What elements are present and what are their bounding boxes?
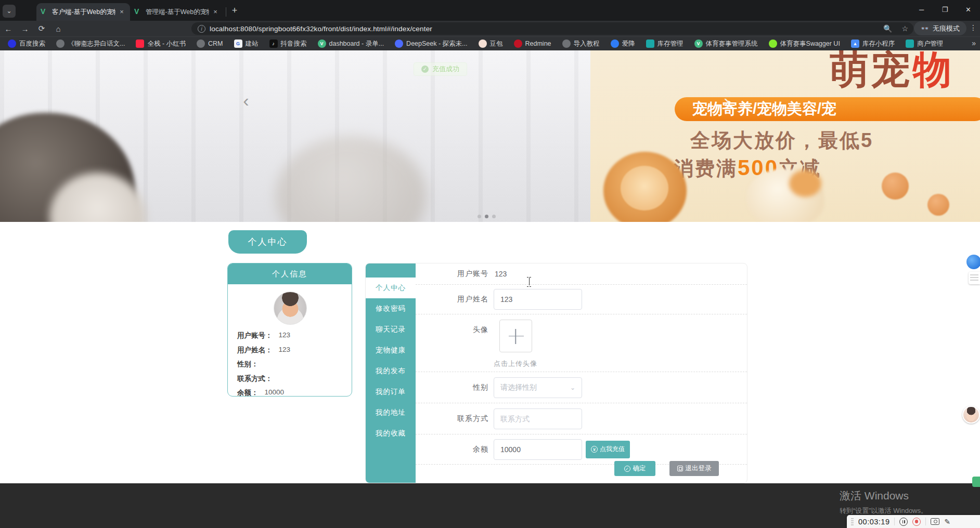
bookmark-favicon: ▲ [851, 39, 859, 48]
new-tab-button[interactable]: + [228, 4, 241, 18]
bookmark-favicon [514, 39, 522, 48]
carousel-dot[interactable] [478, 215, 481, 218]
bookmark-item[interactable]: 体育赛事Swagger UI [765, 38, 844, 49]
bookmarks-overflow-chevron[interactable]: » [972, 39, 976, 47]
form-footer: ✓ 确定 退出登录 [416, 457, 747, 483]
bookmark-item[interactable]: 全栈 - 小红书 [132, 38, 189, 49]
bookmark-item[interactable]: 库存管理 [642, 38, 687, 49]
reload-icon[interactable]: ⟳ [33, 24, 50, 33]
confirm-button[interactable]: ✓ 确定 [614, 461, 655, 476]
chevron-down-icon: ⌄ [570, 384, 575, 391]
side-menu-item[interactable]: 聊天记录 [366, 319, 416, 340]
floating-mini-card[interactable] [969, 272, 980, 284]
side-menu-item[interactable]: 我的地址 [366, 402, 416, 423]
banner-line1: 全场大放价，最低5 [690, 127, 873, 154]
address-bar[interactable]: i localhost:8080/springboot66fx32ko/fron… [191, 22, 913, 35]
bookmark-item[interactable]: 爱降 [607, 38, 639, 49]
bookmark-item[interactable]: 《聊斋志异白话文... [53, 38, 128, 49]
zoom-out-indicator-icon[interactable]: 🔍 [883, 24, 892, 33]
account-value: 123 [495, 270, 507, 278]
tab-strip: 客户端-基于Web的宠物用品交 × 管理端-基于Web的宠物用品交 × [36, 3, 224, 21]
bookmark-label: 《聊斋志异白话文... [68, 39, 125, 48]
close-button[interactable]: ✕ [957, 0, 980, 20]
bookmark-favicon: ♪ [269, 39, 278, 48]
bookmark-favicon [611, 39, 619, 48]
carousel-prev-arrow[interactable]: ‹ [238, 91, 254, 110]
bookmark-favicon [197, 39, 205, 48]
windows-activation-watermark: 激活 Windows 转到“设置”以激活 Windows。 [840, 489, 927, 516]
bookmark-item[interactable]: DeepSeek - 探索未... [391, 38, 471, 49]
bookmark-item[interactable]: V dashboard - 录单... [314, 38, 388, 49]
tab-title: 管理端-基于Web的宠物用品交 [146, 8, 209, 17]
page-title-tab[interactable]: 个人中心 [228, 230, 307, 254]
bookmark-item[interactable]: ▲ 库存小程序 [847, 38, 899, 49]
pomeranian-face [621, 166, 668, 210]
browser-tab[interactable]: 管理端-基于Web的宠物用品交 × [130, 3, 224, 21]
profile-info-row: 用户账号： 123 [237, 331, 346, 340]
logout-button[interactable]: 退出登录 [669, 461, 719, 476]
site-info-icon[interactable]: i [198, 25, 205, 33]
recharge-button[interactable]: ¥ 点我充值 [586, 441, 630, 458]
side-menu: 个人中心 修改密码 聊天记录 宠物健康 我的发布 我的订单 我的地址 我的收藏 [366, 263, 416, 483]
divider [894, 518, 895, 525]
banner-title: 萌宠物 [830, 50, 955, 96]
profile-info-label: 性别： [237, 360, 259, 369]
hero-carousel: 萌宠物 宠物寄养/宠物美容/宠 全场大放价，最低5 消费满500立减 ‹ › [0, 50, 980, 222]
floating-side-tab[interactable] [972, 477, 980, 487]
back-icon[interactable]: ← [0, 24, 17, 33]
bookmark-item[interactable]: 百度搜索 [4, 38, 49, 49]
carousel-dot[interactable] [492, 215, 496, 218]
url-text[interactable]: localhost:8080/springboot66fx32ko/front/… [210, 25, 432, 33]
side-menu-item[interactable]: 我的发布 [366, 361, 416, 381]
drag-handle-icon[interactable] [851, 518, 854, 525]
form-row-name: 用户姓名 [416, 285, 747, 314]
form-row-avatar: 头像 点击上传头像 [416, 314, 747, 372]
side-menu-item[interactable]: 个人中心 [366, 278, 416, 298]
tab-search-button[interactable]: ⌄ [3, 5, 16, 18]
browser-menu-icon[interactable]: ⋮ [969, 23, 978, 32]
personal-center-panel: 个人中心 修改密码 聊天记录 宠物健康 我的发布 我的订单 我的地址 我的收藏 … [365, 263, 747, 483]
side-menu-item[interactable]: 修改密码 [366, 298, 416, 319]
profile-card-header: 个人信息 [228, 263, 352, 284]
tab-close-icon[interactable]: × [211, 8, 220, 16]
bookmark-item[interactable]: CRM [193, 38, 226, 49]
floating-assistant-avatar[interactable] [962, 406, 980, 424]
minimize-button[interactable]: ─ [910, 0, 933, 20]
bookmark-item[interactable]: 豆包 [475, 38, 507, 49]
forward-icon[interactable]: → [17, 24, 33, 33]
avatar-upload-box[interactable] [499, 320, 532, 352]
success-toast: ✓ 充值成功 [414, 62, 467, 76]
contact-input[interactable] [494, 408, 582, 429]
bookmark-item[interactable]: 商户管理 [902, 38, 947, 49]
page-footer: 激活 Windows 转到“设置”以激活 Windows。 [0, 483, 980, 528]
bookmark-item[interactable]: V 体育赛事管理系统 [691, 38, 762, 49]
pencil-icon[interactable]: ✎ [944, 518, 950, 526]
maximize-button[interactable]: ❐ [933, 0, 957, 20]
side-menu-item[interactable]: 宠物健康 [366, 340, 416, 361]
side-menu-item[interactable]: 我的收藏 [366, 423, 416, 444]
camera-icon[interactable] [931, 518, 939, 525]
browser-tab[interactable]: 客户端-基于Web的宠物用品交 × [36, 3, 130, 21]
carousel-dot[interactable] [485, 215, 488, 218]
side-menu-item[interactable]: 我的订单 [366, 381, 416, 402]
stop-record-icon[interactable] [912, 518, 921, 526]
balance-label: 余额 [416, 445, 488, 454]
contact-label: 联系方式 [416, 414, 488, 424]
bookmark-star-icon[interactable]: ☆ [901, 24, 908, 33]
bookmark-favicon [136, 39, 144, 48]
floating-contact-bubble[interactable] [966, 255, 980, 269]
gender-select[interactable]: 请选择性别 ⌄ [494, 377, 582, 398]
bookmark-label: 导入教程 [574, 39, 600, 48]
pause-icon[interactable] [899, 518, 908, 526]
bookmark-favicon [906, 39, 914, 48]
bookmark-item[interactable]: Redmine [510, 38, 555, 49]
carousel-next-arrow[interactable]: › [719, 91, 734, 110]
avatar-label: 头像 [416, 325, 488, 335]
bookmark-item[interactable]: 导入教程 [559, 38, 603, 49]
bookmark-item[interactable]: ♪ 抖音搜索 [266, 38, 311, 49]
name-input[interactable] [494, 289, 582, 310]
bookmark-label: CRM [208, 40, 223, 47]
home-icon[interactable]: ⌂ [50, 24, 67, 33]
tab-close-icon[interactable]: × [118, 8, 126, 16]
bookmark-item[interactable]: G 建站 [230, 38, 262, 49]
